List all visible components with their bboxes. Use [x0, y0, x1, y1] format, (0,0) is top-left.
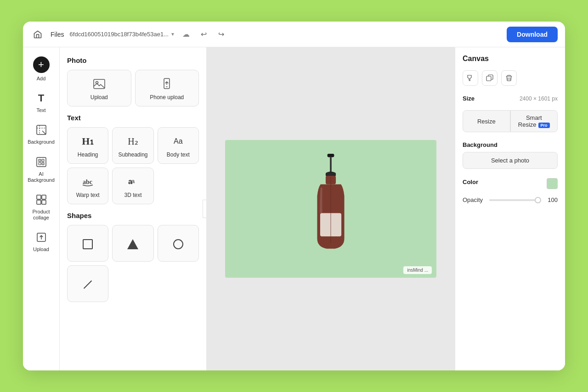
- subheading-label: Subheading: [118, 151, 147, 158]
- heading-label: Heading: [78, 151, 98, 158]
- filename-chevron-icon: ▼: [170, 32, 175, 37]
- svg-text:abc: abc: [83, 179, 92, 185]
- sidebar-item-text-label: Text: [36, 107, 45, 113]
- tools-panel: Photo Upload: [60, 47, 207, 370]
- sidebar-item-bg-label: Background: [28, 139, 55, 145]
- shape-line-icon: [81, 278, 94, 291]
- cloud-icon: ☁: [182, 30, 190, 39]
- filename-display[interactable]: 6fdcd160051019bc18f73b4fe53ae1... ▼: [70, 31, 175, 38]
- shape-circle-item[interactable]: [158, 225, 199, 262]
- warp-text-item[interactable]: abc Warp text: [67, 168, 108, 204]
- svg-rect-5: [42, 200, 46, 204]
- upload-photo-label: Upload: [90, 94, 108, 101]
- redo-button[interactable]: ↪: [215, 28, 228, 41]
- svg-rect-1: [37, 157, 46, 167]
- subheading-item[interactable]: H₂ Subheading: [112, 127, 153, 164]
- sidebar-item-add[interactable]: + Add: [27, 53, 56, 85]
- shape-square-icon: [81, 238, 94, 251]
- bottle-container: [225, 140, 436, 278]
- panel-collapse-handle[interactable]: ‹: [203, 200, 207, 218]
- right-panel: Canvas: [455, 47, 565, 370]
- three-d-text-item[interactable]: a a 3D text: [112, 168, 153, 204]
- home-button[interactable]: [30, 27, 45, 42]
- canvas-panel-title: Canvas: [463, 55, 558, 63]
- upload-photo-item[interactable]: Upload: [67, 70, 131, 106]
- background-icon: [34, 123, 49, 137]
- body-text-item[interactable]: Aa Body text: [158, 127, 199, 164]
- text-icon: T: [34, 91, 49, 106]
- three-d-text-icon: a a: [126, 175, 139, 188]
- warp-text-icon: abc: [81, 175, 94, 188]
- bottle-illustration: [299, 154, 363, 264]
- canvas-area: insMind ...: [207, 47, 455, 370]
- shapes-section-title: Shapes: [67, 212, 199, 219]
- opacity-label: Opacity: [463, 196, 486, 203]
- shape-triangle-icon: [126, 238, 139, 251]
- svg-rect-20: [486, 76, 491, 81]
- add-circle-icon: +: [33, 56, 50, 73]
- background-label: Background: [463, 141, 558, 148]
- sidebar-item-upload-label: Upload: [33, 246, 49, 252]
- download-button[interactable]: Download: [507, 27, 558, 42]
- app-window: Files 6fdcd160051019bc18f73b4fe53ae1... …: [23, 22, 565, 370]
- opacity-slider[interactable]: [489, 199, 540, 201]
- svg-rect-2: [37, 195, 41, 199]
- three-d-text-label: 3D text: [124, 192, 141, 198]
- watermark: insMind ...: [403, 266, 432, 274]
- delete-button[interactable]: [501, 70, 517, 86]
- heading-icon: H₁: [81, 135, 94, 148]
- sidebar-item-collage-label: Product collage: [28, 209, 54, 221]
- svg-rect-4: [37, 200, 41, 204]
- upload-photo-icon: [93, 78, 106, 90]
- sidebar-item-background[interactable]: Background: [27, 119, 56, 149]
- format-paint-button[interactable]: [463, 70, 478, 86]
- resize-button[interactable]: Resize: [463, 110, 510, 132]
- color-row: Color: [463, 178, 558, 189]
- size-label: Size: [463, 95, 475, 102]
- shape-triangle-item[interactable]: [112, 225, 153, 262]
- shape-line-item[interactable]: [67, 265, 108, 302]
- body-text-icon: Aa: [172, 135, 185, 148]
- sidebar-item-ai-background[interactable]: AI Background: [27, 151, 56, 187]
- phone-upload-label: Phone upload: [150, 94, 184, 101]
- svg-text:a: a: [131, 178, 135, 185]
- sidebar-item-add-label: Add: [37, 76, 46, 82]
- files-link[interactable]: Files: [51, 31, 64, 38]
- undo-button[interactable]: ↩: [197, 28, 211, 41]
- svg-rect-14: [330, 157, 332, 174]
- opacity-row: Opacity 100: [463, 196, 558, 203]
- svg-rect-7: [94, 79, 105, 89]
- upload-icon: [34, 230, 49, 245]
- sidebar-item-ai-bg-label: AI Background: [28, 171, 55, 183]
- smart-resize-button[interactable]: Smart ResizePro: [510, 110, 558, 132]
- duplicate-button[interactable]: [482, 70, 498, 86]
- canvas-action-icons: [463, 70, 558, 86]
- subheading-icon: H₂: [126, 135, 139, 148]
- history-actions: ↩ ↪: [197, 28, 228, 41]
- shapes-grid: [67, 225, 199, 302]
- color-swatch[interactable]: [547, 178, 558, 189]
- sidebar-item-upload[interactable]: Upload: [27, 226, 56, 256]
- text-section-title: Text: [67, 114, 199, 122]
- svg-rect-19: [330, 177, 331, 243]
- body-text-label: Body text: [167, 151, 190, 158]
- sidebar-item-product-collage[interactable]: Product collage: [27, 189, 56, 224]
- size-row: Size 2400 × 1601 px: [463, 95, 558, 106]
- shape-circle-icon: [172, 238, 185, 251]
- resize-btn-group: Resize Smart ResizePro: [463, 110, 558, 132]
- canvas-content: insMind ...: [225, 140, 436, 278]
- top-bar: Files 6fdcd160051019bc18f73b4fe53ae1... …: [23, 22, 565, 47]
- svg-rect-3: [42, 195, 46, 199]
- phone-upload-item[interactable]: Phone upload: [135, 70, 199, 106]
- shape-square-item[interactable]: [67, 225, 108, 262]
- warp-text-label: Warp text: [76, 192, 100, 198]
- ai-background-icon: [34, 155, 49, 169]
- sidebar-item-text[interactable]: T Text: [27, 87, 56, 117]
- product-collage-icon: [34, 192, 49, 207]
- icon-sidebar: + Add T Text Background: [23, 47, 60, 370]
- heading-item[interactable]: H₁ Heading: [67, 127, 108, 164]
- select-photo-button[interactable]: Select a photo: [463, 152, 558, 169]
- size-value: 2400 × 1601 px: [520, 95, 558, 102]
- photo-section-title: Photo: [67, 56, 199, 64]
- text-grid: H₁ Heading H₂ Subheading Aa Body text: [67, 127, 199, 204]
